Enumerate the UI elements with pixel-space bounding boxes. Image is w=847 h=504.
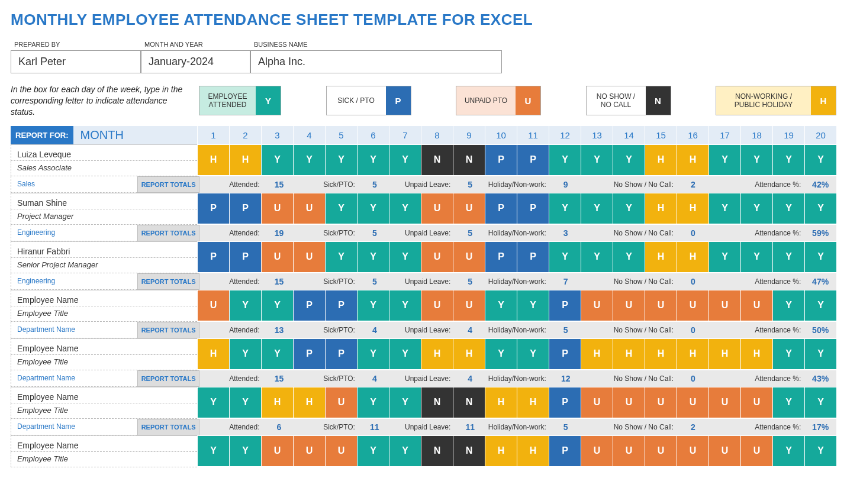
attendance-cell[interactable]: U bbox=[421, 241, 453, 272]
attendance-cell[interactable]: Y bbox=[293, 144, 325, 175]
attendance-cell[interactable]: P bbox=[549, 290, 581, 321]
employee-name[interactable]: Luiza Leveque bbox=[11, 144, 197, 161]
attendance-cell[interactable]: Y bbox=[804, 144, 836, 175]
attendance-cell[interactable]: H bbox=[645, 338, 677, 369]
attendance-cell[interactable]: P bbox=[325, 338, 357, 369]
attendance-cell[interactable]: U bbox=[325, 387, 357, 418]
attendance-cell[interactable]: Y bbox=[708, 144, 740, 175]
attendance-cell[interactable]: P bbox=[293, 290, 325, 321]
attendance-cell[interactable]: Y bbox=[389, 193, 421, 224]
attendance-cell[interactable]: U bbox=[293, 241, 325, 272]
attendance-cell[interactable]: Y bbox=[772, 387, 804, 418]
attendance-cell[interactable]: Y bbox=[229, 338, 261, 369]
attendance-cell[interactable]: P bbox=[485, 241, 517, 272]
attendance-cell[interactable]: Y bbox=[261, 144, 293, 175]
attendance-cell[interactable]: Y bbox=[485, 338, 517, 369]
attendance-cell[interactable]: H bbox=[677, 338, 708, 369]
attendance-cell[interactable]: H bbox=[740, 338, 772, 369]
attendance-cell[interactable]: Y bbox=[549, 193, 581, 224]
attendance-cell[interactable]: U bbox=[708, 387, 740, 418]
attendance-cell[interactable]: N bbox=[421, 144, 453, 175]
attendance-cell[interactable]: Y bbox=[325, 144, 357, 175]
attendance-cell[interactable]: U bbox=[645, 290, 677, 321]
attendance-cell[interactable]: P bbox=[197, 241, 229, 272]
attendance-cell[interactable]: U bbox=[453, 241, 485, 272]
attendance-cell[interactable]: P bbox=[517, 241, 549, 272]
attendance-cell[interactable]: Y bbox=[613, 241, 645, 272]
attendance-cell[interactable]: P bbox=[197, 193, 229, 224]
attendance-cell[interactable]: P bbox=[549, 338, 581, 369]
attendance-cell[interactable]: U bbox=[453, 290, 485, 321]
attendance-cell[interactable]: Y bbox=[772, 290, 804, 321]
department-name[interactable]: Sales bbox=[11, 176, 137, 193]
attendance-cell[interactable]: H bbox=[517, 435, 549, 466]
attendance-cell[interactable]: H bbox=[517, 387, 549, 418]
attendance-cell[interactable]: Y bbox=[357, 387, 389, 418]
attendance-cell[interactable]: Y bbox=[357, 290, 389, 321]
attendance-cell[interactable]: Y bbox=[772, 435, 804, 466]
attendance-cell[interactable]: H bbox=[581, 338, 613, 369]
attendance-cell[interactable]: P bbox=[517, 193, 549, 224]
attendance-cell[interactable]: N bbox=[421, 387, 453, 418]
attendance-cell[interactable]: Y bbox=[804, 387, 836, 418]
attendance-cell[interactable]: Y bbox=[804, 193, 836, 224]
business-name-value[interactable]: Alpha Inc. bbox=[250, 50, 502, 73]
attendance-cell[interactable]: Y bbox=[517, 290, 549, 321]
attendance-cell[interactable]: U bbox=[645, 435, 677, 466]
attendance-cell[interactable]: H bbox=[645, 144, 677, 175]
department-name[interactable]: Engineering bbox=[11, 225, 137, 241]
attendance-cell[interactable]: U bbox=[740, 387, 772, 418]
attendance-cell[interactable]: P bbox=[485, 144, 517, 175]
attendance-cell[interactable]: Y bbox=[357, 193, 389, 224]
attendance-cell[interactable]: Y bbox=[613, 144, 645, 175]
attendance-cell[interactable]: H bbox=[453, 338, 485, 369]
attendance-cell[interactable]: H bbox=[421, 338, 453, 369]
attendance-cell[interactable]: Y bbox=[261, 290, 293, 321]
month-year-value[interactable]: January-2024 bbox=[141, 50, 250, 73]
attendance-cell[interactable]: P bbox=[293, 338, 325, 369]
attendance-cell[interactable]: U bbox=[197, 290, 229, 321]
attendance-cell[interactable]: Y bbox=[549, 144, 581, 175]
attendance-cell[interactable]: H bbox=[197, 144, 229, 175]
attendance-cell[interactable]: U bbox=[645, 387, 677, 418]
attendance-cell[interactable]: Y bbox=[740, 193, 772, 224]
attendance-cell[interactable]: Y bbox=[772, 193, 804, 224]
attendance-cell[interactable]: U bbox=[581, 387, 613, 418]
attendance-cell[interactable]: N bbox=[453, 435, 485, 466]
attendance-cell[interactable]: H bbox=[293, 387, 325, 418]
attendance-cell[interactable]: U bbox=[581, 290, 613, 321]
attendance-cell[interactable]: Y bbox=[708, 193, 740, 224]
employee-title[interactable]: Senior Project Manager bbox=[11, 258, 197, 273]
attendance-cell[interactable]: U bbox=[677, 387, 708, 418]
attendance-cell[interactable]: Y bbox=[197, 387, 229, 418]
attendance-cell[interactable]: Y bbox=[804, 241, 836, 272]
attendance-cell[interactable]: Y bbox=[740, 144, 772, 175]
attendance-cell[interactable]: Y bbox=[581, 241, 613, 272]
attendance-cell[interactable]: Y bbox=[229, 435, 261, 466]
attendance-cell[interactable]: Y bbox=[804, 435, 836, 466]
attendance-cell[interactable]: U bbox=[325, 435, 357, 466]
attendance-cell[interactable]: H bbox=[677, 193, 708, 224]
attendance-cell[interactable]: U bbox=[677, 435, 708, 466]
attendance-cell[interactable]: Y bbox=[389, 387, 421, 418]
attendance-cell[interactable]: Y bbox=[804, 290, 836, 321]
attendance-cell[interactable]: U bbox=[421, 193, 453, 224]
attendance-cell[interactable]: H bbox=[485, 387, 517, 418]
attendance-cell[interactable]: Y bbox=[708, 241, 740, 272]
attendance-cell[interactable]: H bbox=[229, 144, 261, 175]
attendance-cell[interactable]: U bbox=[613, 290, 645, 321]
attendance-cell[interactable]: N bbox=[453, 387, 485, 418]
attendance-cell[interactable]: Y bbox=[389, 290, 421, 321]
attendance-cell[interactable]: U bbox=[740, 290, 772, 321]
employee-name[interactable]: Employee Name bbox=[11, 290, 197, 306]
attendance-cell[interactable]: H bbox=[613, 338, 645, 369]
attendance-cell[interactable]: Y bbox=[740, 241, 772, 272]
attendance-cell[interactable]: H bbox=[645, 241, 677, 272]
attendance-cell[interactable]: P bbox=[229, 193, 261, 224]
attendance-cell[interactable]: U bbox=[261, 241, 293, 272]
attendance-cell[interactable]: U bbox=[613, 435, 645, 466]
employee-title[interactable]: Project Manager bbox=[11, 209, 197, 225]
attendance-cell[interactable]: Y bbox=[389, 144, 421, 175]
attendance-cell[interactable]: Y bbox=[325, 241, 357, 272]
report-for-value[interactable]: MONTH bbox=[73, 126, 197, 144]
